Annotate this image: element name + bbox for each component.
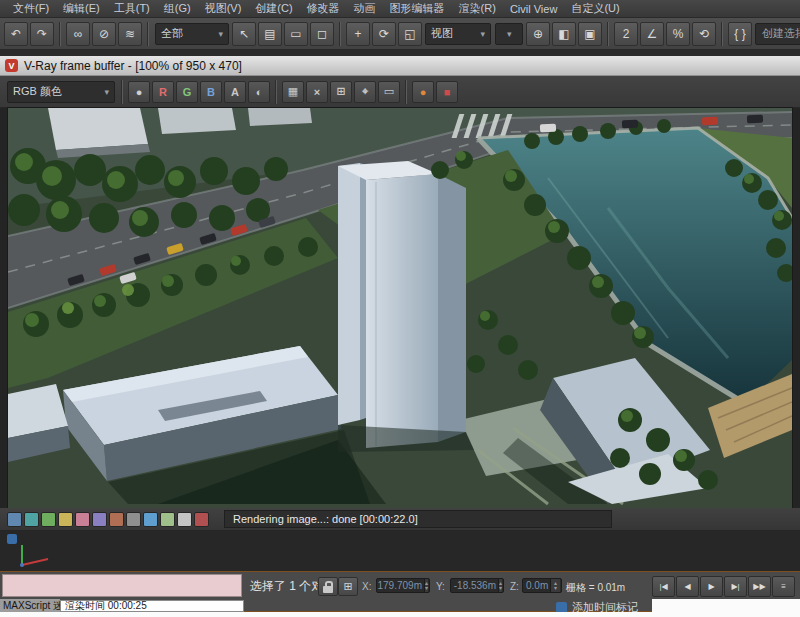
screenshot-margin (652, 599, 800, 613)
select-link-icon[interactable]: ∞ (66, 22, 90, 46)
levels-icon[interactable] (177, 512, 192, 527)
select-by-name-icon[interactable]: ▤ (258, 22, 282, 46)
menu-rendering[interactable]: 渲染(R) (452, 1, 503, 16)
menu-civil-view[interactable]: Civil View (503, 3, 564, 15)
menu-views[interactable]: 视图(V) (198, 1, 249, 16)
red-channel-icon[interactable]: R (152, 81, 174, 103)
menu-create[interactable]: 创建(C) (248, 1, 299, 16)
menu-group[interactable]: 组(G) (157, 1, 198, 16)
save-image-icon[interactable]: ▦ (282, 81, 304, 103)
vfb-title: V-Ray frame buffer - [100% of 950 x 470] (24, 59, 242, 73)
rgb-color-icon[interactable]: ● (128, 81, 150, 103)
history-icon[interactable] (92, 512, 107, 527)
absolute-mode-toggle[interactable]: ⊞ (338, 577, 358, 596)
go-start-button[interactable]: |◀ (652, 576, 675, 597)
menu-edit[interactable]: 编辑(E) (56, 1, 107, 16)
stop-render-icon[interactable]: ■ (436, 81, 458, 103)
prev-frame-button[interactable]: ◀ (676, 576, 699, 597)
chevron-down-icon: ▾ (104, 87, 109, 97)
clear-image-icon[interactable]: × (306, 81, 328, 103)
rotate-icon[interactable]: ⟳ (372, 22, 396, 46)
alpha-channel-icon[interactable]: A (224, 81, 246, 103)
window-crossing-icon[interactable]: ◻ (310, 22, 334, 46)
menu-file[interactable]: 文件(F) (6, 1, 56, 16)
crop-icon[interactable] (41, 512, 56, 527)
align-icon[interactable]: ▣ (578, 22, 602, 46)
compare-horizontal-icon[interactable] (58, 512, 73, 527)
compare-vertical-icon[interactable] (75, 512, 90, 527)
region-render-icon[interactable]: ▭ (378, 81, 400, 103)
green-channel-icon[interactable]: G (176, 81, 198, 103)
toolbar-separator (59, 22, 61, 46)
blue-channel-icon[interactable]: B (200, 81, 222, 103)
viewport-strip[interactable] (0, 531, 800, 571)
play-button[interactable]: ▶ (700, 576, 723, 597)
spinner-snap-icon[interactable]: ⟲ (692, 22, 716, 46)
track-mouse-icon[interactable]: ⌖ (354, 81, 376, 103)
maxscript-listener-label: MAXScript 迷 (0, 599, 60, 613)
z-spinner[interactable]: ▴▾ (550, 579, 560, 592)
selection-filter-dropdown[interactable]: 全部 ▾ (155, 23, 229, 45)
duplicate-buffer-icon[interactable]: ⊞ (330, 81, 352, 103)
toolbar-separator (275, 80, 277, 104)
mirror-icon[interactable]: ◧ (552, 22, 576, 46)
color-correct-icon[interactable] (126, 512, 141, 527)
y-field[interactable]: -18.536m ▴▾ (450, 578, 504, 593)
stamp-icon[interactable] (109, 512, 124, 527)
next-frame-button[interactable]: ▶| (724, 576, 747, 597)
chevron-down-icon: ▾ (218, 29, 223, 39)
world-axis-icon (10, 539, 54, 573)
percent-snap-icon[interactable]: % (666, 22, 690, 46)
menu-graph-editors[interactable]: 图形编辑器 (383, 1, 452, 16)
x-label: X: (362, 581, 371, 592)
toolbar-separator (121, 80, 123, 104)
reference-coordinate-value: 视图 (431, 26, 453, 41)
bind-spacewarp-icon[interactable]: ≋ (118, 22, 142, 46)
move-icon[interactable]: + (346, 22, 370, 46)
region-icon[interactable] (24, 512, 39, 527)
menu-modifiers[interactable]: 修改器 (300, 1, 347, 16)
named-selection-set-field[interactable]: 创建选择集 (755, 23, 800, 45)
selection-lock-toggle[interactable] (318, 577, 338, 596)
render-last-icon[interactable]: ● (412, 81, 434, 103)
pivot-dropdown[interactable]: ▾ (495, 23, 523, 45)
redo-icon[interactable]: ↷ (30, 22, 54, 46)
scale-icon[interactable]: ◱ (398, 22, 422, 46)
menu-customize[interactable]: 自定义(U) (564, 1, 626, 16)
white-balance-icon[interactable] (160, 512, 175, 527)
vray-logo-icon: V (5, 59, 18, 72)
macro-recorder-field[interactable] (2, 574, 242, 597)
vfb-render-status: Rendering image...: done [00:00:22.0] (224, 510, 612, 528)
angle-snap-icon[interactable]: ∠ (640, 22, 664, 46)
status-panel: 选择了 1 个对象 ⊞ X: 179.709m ▴▾ Y: -18.536m ▴… (0, 571, 800, 612)
vfb-bottom-bar: Rendering image...: done [00:00:22.0] (0, 508, 800, 531)
select-object-icon[interactable]: ↖ (232, 22, 256, 46)
pixel-info-icon[interactable] (7, 512, 22, 527)
vfb-channel-dropdown[interactable]: RGB 颜色 ▾ (7, 81, 115, 103)
x-field[interactable]: 179.709m ▴▾ (376, 578, 430, 593)
undo-icon[interactable]: ↶ (4, 22, 28, 46)
exposure-icon[interactable] (143, 512, 158, 527)
unlink-icon[interactable]: ⊘ (92, 22, 116, 46)
vfb-title-bar[interactable]: V V-Ray frame buffer - [100% of 950 x 47… (0, 56, 800, 76)
time-config-button[interactable]: ≡ (772, 576, 795, 597)
snap-toggle-icon[interactable]: 2 (614, 22, 638, 46)
maxscript-listener-field[interactable]: 渲染时间 00:00:25 (60, 600, 244, 612)
y-spinner[interactable]: ▴▾ (498, 579, 502, 592)
toolbar-separator (147, 22, 149, 46)
go-end-button[interactable]: ▶▶ (748, 576, 771, 597)
z-field[interactable]: 0.0m ▴▾ (522, 578, 562, 593)
3dsmax-window: 文件(F) 编辑(E) 工具(T) 组(G) 视图(V) 创建(C) 修改器 动… (0, 0, 800, 617)
manipulate-icon[interactable]: ⊕ (526, 22, 550, 46)
named-selection-icon[interactable]: { } (728, 22, 752, 46)
menu-tools[interactable]: 工具(T) (107, 1, 157, 16)
y-value: -18.536m (454, 580, 496, 591)
region-shape-icon[interactable]: ▭ (284, 22, 308, 46)
main-toolbar: ↶ ↷ ∞ ⊘ ≋ 全部 ▾ ↖ ▤ ▭ ◻ + ⟳ ◱ 视图 ▾ ▾ ⊕ ◧ … (0, 18, 800, 50)
x-spinner[interactable]: ▴▾ (424, 579, 428, 592)
curves-icon[interactable] (194, 512, 209, 527)
reference-coordinate-dropdown[interactable]: 视图 ▾ (425, 23, 491, 45)
menu-animation[interactable]: 动画 (347, 1, 383, 16)
selection-filter-value: 全部 (161, 26, 183, 41)
mono-channel-icon[interactable]: ◐ (248, 81, 270, 103)
